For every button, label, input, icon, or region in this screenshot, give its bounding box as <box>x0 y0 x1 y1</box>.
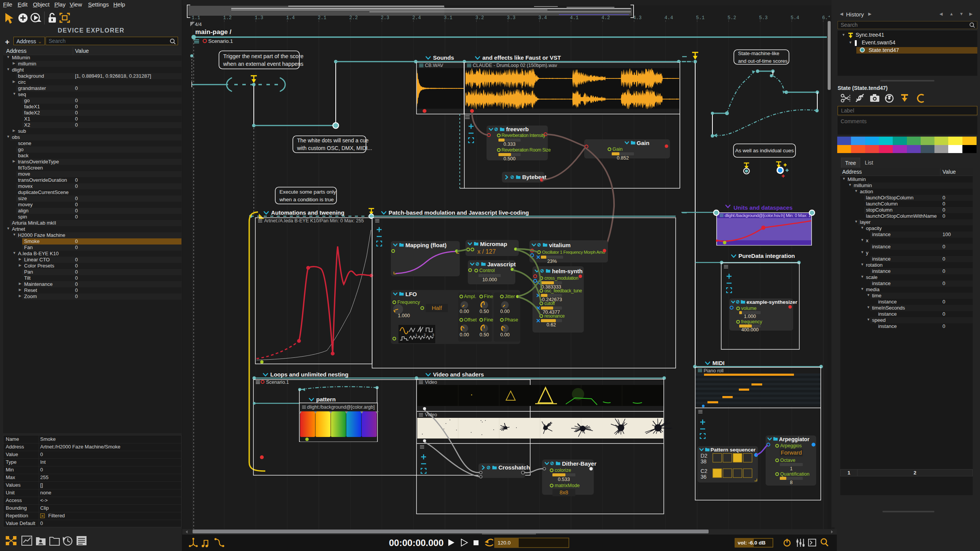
svg-text:The white dots will send a cue: The white dots will send a cue <box>297 137 369 143</box>
svg-text:Crosshatch: Crosshatch <box>498 464 530 471</box>
svg-text:Sounds: Sounds <box>433 54 454 61</box>
svg-text:Piano roll: Piano roll <box>704 368 724 373</box>
svg-text:osc_feedback_tune: osc_feedback_tune <box>544 288 582 293</box>
svg-text:Fine: Fine <box>484 317 493 323</box>
svg-text:Pattern sequencer: Pattern sequencer <box>710 447 756 453</box>
svg-text:1: 1 <box>790 466 793 471</box>
svg-text:3.3: 3.3 <box>507 15 516 21</box>
svg-text:400.000: 400.000 <box>741 327 758 333</box>
svg-text:Forward: Forward <box>781 449 802 456</box>
svg-text:3: 3 <box>432 333 434 337</box>
svg-text:Loops and unlimited nesting: Loops and unlimited nesting <box>270 371 348 378</box>
svg-text:4/4: 4/4 <box>195 21 202 27</box>
svg-text:Mapping (float): Mapping (float) <box>405 242 446 248</box>
svg-text:23%: 23% <box>547 259 557 264</box>
svg-text:00:00:00.000: 00:00:00.000 <box>389 538 444 548</box>
svg-text:Dither-Bayer: Dither-Bayer <box>562 460 596 467</box>
svg-text:4.3: 4.3 <box>633 15 642 21</box>
svg-text:Reverberation Room Size: Reverberation Room Size <box>501 147 551 153</box>
svg-text:Jitter: Jitter <box>505 294 515 299</box>
svg-text:0.00: 0.00 <box>460 309 469 314</box>
svg-text:0.852: 0.852 <box>617 155 629 161</box>
svg-text:Automations and tweening: Automations and tweening <box>271 209 345 216</box>
svg-text:Patch-based modulation and Jav: Patch-based modulation and Javascript li… <box>389 209 529 216</box>
svg-text:volume: volume <box>741 306 756 311</box>
svg-text:4.1: 4.1 <box>570 15 579 21</box>
svg-text:x / 127: x / 127 <box>477 248 496 255</box>
svg-text:Arpeggiator: Arpeggiator <box>779 436 810 442</box>
svg-text:4.2: 4.2 <box>601 15 610 21</box>
svg-text:Video and shaders: Video and shaders <box>433 371 484 378</box>
svg-text:when an external event happens: when an external event happens <box>223 61 304 67</box>
svg-text:vitalium: vitalium <box>549 242 571 248</box>
svg-text:cross_modulation: cross_modulation <box>544 276 578 281</box>
svg-text:cutoff: cutoff <box>544 301 555 306</box>
svg-text:when a condition is true: when a condition is true <box>279 197 334 202</box>
svg-text:Fine: Fine <box>484 294 493 299</box>
svg-text:1.1: 1.1 <box>192 15 201 21</box>
svg-text:Gain: Gain <box>612 147 622 152</box>
svg-text:1.000: 1.000 <box>744 314 756 319</box>
svg-text:main-page /: main-page / <box>195 28 232 36</box>
svg-text:36: 36 <box>701 474 707 480</box>
svg-text:dlight:/background@[color.argb: dlight:/background@[color.argb] <box>307 404 375 410</box>
svg-text:Arpeggios: Arpeggios <box>780 443 802 448</box>
svg-text:example-synthesizer: example-synthesizer <box>746 299 798 305</box>
svg-text:4.4: 4.4 <box>665 15 673 21</box>
svg-text:Octave: Octave <box>780 458 795 463</box>
svg-text:freeverb: freeverb <box>506 126 529 132</box>
svg-text:Quantification: Quantification <box>780 471 809 477</box>
svg-text:1.4: 1.4 <box>286 15 295 21</box>
svg-text:helm-synth: helm-synth <box>552 268 583 274</box>
svg-text:Oscillator 1 Frequency Morph A: Oscillator 1 Frequency Morph Amo <box>542 250 605 254</box>
svg-text:Ampl.: Ampl. <box>464 294 476 299</box>
svg-text:Scenario.1: Scenario.1 <box>208 38 233 44</box>
svg-text:CB.WAV: CB.WAV <box>425 63 444 68</box>
svg-text:As well as individual cues: As well as individual cues <box>735 148 794 153</box>
svg-text:1.000: 1.000 <box>398 313 410 318</box>
svg-text:Video: Video <box>425 412 437 417</box>
svg-text:CLAUDE - DrumLoop 02 (150bpm).: CLAUDE - DrumLoop 02 (150bpm).wav <box>473 63 557 68</box>
svg-text:pattern: pattern <box>316 396 336 403</box>
svg-text:matrixMode: matrixMode <box>555 483 580 488</box>
svg-text:0.50: 0.50 <box>480 332 489 337</box>
svg-text:0.50: 0.50 <box>480 309 489 314</box>
svg-text:0.333: 0.333 <box>503 142 515 147</box>
svg-text:Video: Video <box>425 380 437 385</box>
svg-text:10.000: 10.000 <box>482 277 497 282</box>
svg-text:dlight:/background@[color.hsv.: dlight:/background@[color.hsv.h] Min: 0 … <box>725 213 811 218</box>
svg-text:Scenario.1: Scenario.1 <box>266 380 289 385</box>
svg-text:3.4: 3.4 <box>538 15 547 21</box>
svg-text:Execute some parts only: Execute some parts only <box>279 189 336 195</box>
svg-text:0.00: 0.00 <box>500 309 510 314</box>
svg-text:Gain: Gain <box>637 140 649 146</box>
svg-text:Phase: Phase <box>505 317 518 323</box>
svg-text:Micromap: Micromap <box>480 241 507 247</box>
svg-text:2.1: 2.1 <box>318 15 327 21</box>
svg-text:and out-of-time scores: and out-of-time scores <box>738 58 788 64</box>
svg-text:2.2: 2.2 <box>349 15 358 21</box>
svg-text:1.3: 1.3 <box>255 15 263 21</box>
svg-text:2.3: 2.3 <box>381 15 390 21</box>
svg-text:with custom OSC, DMX, MIDI...: with custom OSC, DMX, MIDI... <box>297 145 372 151</box>
svg-text:State-machine-like: State-machine-like <box>738 51 779 56</box>
svg-text:Half: Half <box>432 305 443 311</box>
svg-text:0.00: 0.00 <box>460 332 469 337</box>
svg-text:1: 1 <box>415 333 417 337</box>
svg-text:D2: D2 <box>701 453 707 459</box>
svg-text:5.1: 5.1 <box>696 15 705 21</box>
svg-text:5.4: 5.4 <box>791 15 799 21</box>
svg-text:Reverberation Intensity: Reverberation Intensity <box>501 133 546 138</box>
svg-text:and effects like Faust or VST: and effects like Faust or VST <box>482 54 561 61</box>
svg-text:vol: -6.0 dB: vol: -6.0 dB <box>738 540 766 546</box>
svg-text:Offset: Offset <box>464 317 477 323</box>
svg-text:resonance: resonance <box>544 313 565 319</box>
svg-text:120.0: 120.0 <box>498 540 511 546</box>
svg-text:0.500: 0.500 <box>503 156 515 161</box>
svg-text:2.4: 2.4 <box>412 15 421 21</box>
svg-text:C2: C2 <box>701 468 707 474</box>
svg-text:8x8: 8x8 <box>560 489 568 496</box>
svg-text:Frequency: Frequency <box>397 300 420 305</box>
svg-text:3.1: 3.1 <box>444 15 452 21</box>
svg-text:0.533: 0.533 <box>558 477 570 482</box>
